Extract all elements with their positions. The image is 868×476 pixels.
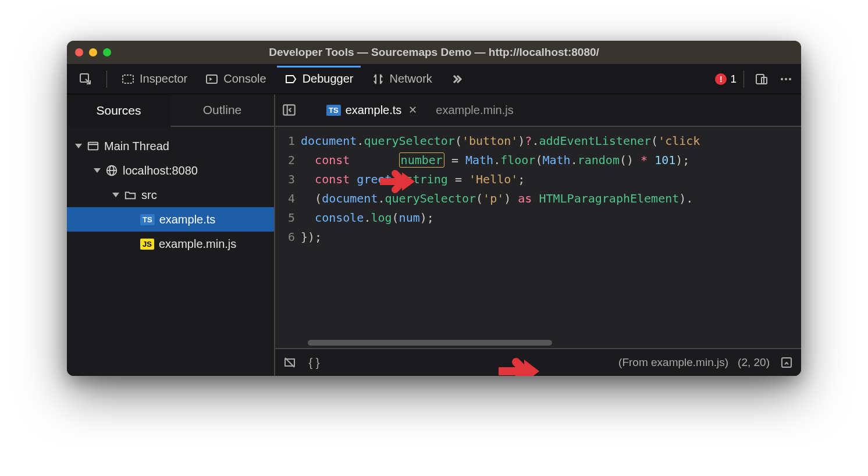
code-editor[interactable]: 1 2 3 4 5 6 document.querySelector('butt…	[275, 127, 801, 348]
chevron-down-icon	[94, 168, 101, 173]
line-numbers: 1 2 3 4 5 6	[275, 127, 301, 348]
svg-rect-8	[88, 143, 98, 150]
titlebar: Developer Tools — Sourcemaps Demo — http…	[67, 41, 801, 64]
chevron-down-icon	[112, 193, 119, 197]
svg-point-5	[781, 78, 783, 80]
sources-sidebar: Sources Outline Main Thread localhost:80…	[67, 94, 275, 376]
braces-icon: { }	[309, 356, 320, 370]
inspector-icon	[121, 72, 135, 86]
dots-icon	[779, 72, 793, 86]
network-icon	[371, 72, 385, 86]
toggle-sidebar-button[interactable]	[280, 101, 298, 119]
folder-icon	[124, 189, 137, 201]
kebab-menu-button[interactable]	[775, 66, 796, 93]
error-icon: !	[715, 73, 727, 85]
maximize-window-button[interactable]	[103, 48, 111, 56]
file-label: example.min.js	[159, 237, 236, 251]
debugger-tab[interactable]: Debugger	[277, 66, 361, 93]
horizontal-scrollbar[interactable]	[308, 340, 552, 346]
editor-panel: TS example.ts ✕ example.min.js 1 2 3 4 5…	[275, 94, 801, 376]
devtools-toolbar: Inspector Console Debugger Network ! 1	[67, 64, 801, 94]
window-icon	[87, 140, 99, 152]
devices-icon	[755, 72, 769, 86]
svg-rect-3	[756, 74, 764, 84]
network-tab[interactable]: Network	[364, 66, 439, 93]
globe-icon	[105, 164, 118, 177]
chevrons-right-icon	[450, 72, 464, 86]
highlighted-type: number	[399, 152, 444, 168]
tab-label: example.min.js	[436, 104, 513, 117]
outline-tab[interactable]: Outline	[170, 94, 274, 127]
pretty-print-button[interactable]: { }	[307, 355, 322, 370]
debugger-body: Sources Outline Main Thread localhost:80…	[67, 94, 801, 376]
close-tab-button[interactable]: ✕	[408, 104, 417, 116]
folder-label: src	[141, 189, 157, 202]
ts-badge-icon: TS	[140, 214, 155, 225]
traffic-lights	[75, 48, 111, 56]
console-tab[interactable]: Console	[198, 66, 273, 93]
source-tree: Main Thread localhost:8080 src TS exampl…	[67, 127, 274, 263]
svg-point-6	[785, 78, 787, 80]
window-title: Developer Tools — Sourcemaps Demo — http…	[67, 46, 801, 59]
svg-rect-1	[123, 75, 133, 83]
debugger-label: Debugger	[303, 72, 354, 86]
toggle-panel-button[interactable]	[779, 355, 794, 370]
sidebar-tabs: Sources Outline	[67, 94, 274, 127]
toolbar-divider	[744, 70, 744, 88]
inspector-label: Inspector	[140, 72, 187, 86]
devtools-window: Developer Tools — Sourcemaps Demo — http…	[67, 41, 801, 376]
cursor-icon	[79, 72, 93, 86]
main-thread-node[interactable]: Main Thread	[67, 134, 274, 158]
ts-badge-icon: TS	[326, 105, 341, 116]
responsive-mode-button[interactable]	[751, 66, 772, 93]
file-label: example.ts	[159, 213, 216, 226]
debugger-icon	[284, 72, 298, 86]
panel-bottom-icon	[780, 356, 794, 370]
tab-label: example.ts	[346, 104, 402, 117]
js-badge-icon: JS	[140, 239, 154, 250]
chevron-down-icon	[75, 144, 82, 148]
host-label: localhost:8080	[123, 164, 198, 177]
main-thread-label: Main Thread	[104, 140, 169, 153]
cursor-position: (2, 20)	[738, 356, 770, 369]
file-example-ts[interactable]: TS example.ts	[67, 207, 274, 232]
error-count[interactable]: ! 1	[715, 73, 737, 86]
pick-element-button[interactable]	[72, 66, 99, 93]
tab-example-min-js[interactable]: example.min.js	[429, 94, 520, 126]
svg-point-7	[789, 78, 791, 80]
toolbar-divider	[106, 70, 107, 88]
blackbox-button[interactable]	[282, 355, 297, 370]
eye-off-icon	[283, 356, 297, 370]
editor-tabs-bar: TS example.ts ✕ example.min.js	[275, 94, 801, 127]
error-count-value: 1	[730, 73, 737, 86]
editor-statusbar: { } (From example.min.js) (2, 20)	[275, 348, 801, 376]
console-icon	[205, 72, 219, 86]
network-label: Network	[390, 72, 432, 86]
inspector-tab[interactable]: Inspector	[114, 66, 194, 93]
sourcemap-origin: (From example.min.js)	[618, 356, 728, 369]
tab-example-ts[interactable]: TS example.ts ✕	[319, 94, 424, 126]
close-window-button[interactable]	[75, 48, 83, 56]
code-content: document.querySelector('button')?.addEve…	[301, 127, 801, 348]
sources-tab[interactable]: Sources	[67, 94, 170, 127]
folder-src-node[interactable]: src	[67, 183, 274, 207]
minimize-window-button[interactable]	[89, 48, 97, 56]
overflow-tabs-button[interactable]	[443, 66, 471, 93]
panel-left-icon	[282, 102, 297, 118]
console-label: Console	[223, 72, 266, 86]
host-node[interactable]: localhost:8080	[67, 158, 274, 183]
file-example-min-js[interactable]: JS example.min.js	[67, 232, 274, 256]
